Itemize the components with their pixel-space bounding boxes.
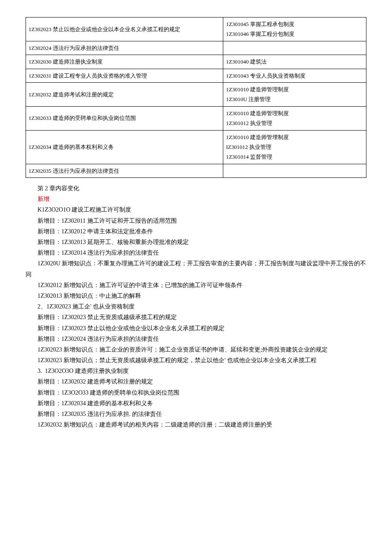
table-row: 1Z302035 违法行为应承担的法律责任 — [26, 164, 366, 177]
paragraph: 新增目：1Z302023 禁止以他企业或他企业以本企业名义承揽工程的规定 — [26, 323, 366, 334]
table-row: 1Z302030 建造师注册执业制度 1Z301040 建筑法 — [26, 55, 366, 69]
cell-right: 1Z301010 建造师管理制度1Z301012 执业管理 — [223, 106, 366, 130]
paragraph: 1Z302023 新增知识点：施工企业的资质许可；施工企业资质证书的申请、延续和… — [26, 344, 366, 355]
paragraph: 新增目：1Z302013 延期开工、核验和重新办理批准的规定 — [26, 237, 366, 247]
comparison-table: 1Z302023 禁止以他企业或他企业以本企业名义承揽工程的规定 1Z30104… — [26, 17, 366, 178]
table-body: 1Z302023 禁止以他企业或他企业以本企业名义承揽工程的规定 1Z30104… — [26, 17, 366, 178]
section-subheading: 新增 — [26, 194, 366, 204]
cell-left: 1Z302030 建造师注册执业制度 — [26, 55, 223, 69]
table-row: 1Z302031 建设工程专业人员执业资格的准入管理 1Z301043 专业人员… — [26, 69, 366, 82]
paragraph: 1Z3020U 新增知识点：不重复办理施工许可的建设工程；开工报告审查的主要内容… — [26, 258, 366, 279]
cell-left: 1Z302024 违法行为应承担的法律责任 — [26, 41, 223, 55]
table-row: 1Z302024 违法行为应承担的法律责任 — [26, 41, 366, 55]
paragraph: 新增目：1Z302024 违法行为应承担的法律责任 — [26, 334, 366, 344]
paragraph: 1Z302012 新增知识点：施工许可证的中请主体；已增加的施工许可证申领条件 — [26, 280, 366, 291]
paragraph: 1Z302013 新增知识点：中止施工的解释 — [26, 291, 366, 301]
cell-right: 1Z301010 建造师管埋制度IZ301012 执业管理1Z301014 监督… — [223, 130, 366, 164]
document-body: 第 2 章内容变化 新增 K1Z3O2O1O 建设工程施工许可制度 新增目：1Z… — [26, 183, 366, 430]
paragraph: 3. 1Z3O2O3O 建造师注册执业制度 — [26, 366, 366, 376]
paragraph: 新增目：1Z302012 申请主体和法定批准条件 — [26, 226, 366, 237]
cell-left: 1Z302033 建造师的受聘单位和执业岗位范围 — [26, 106, 223, 130]
table-row: 1Z302023 禁止以他企业或他企业以本企业名义承揽工程的规定 1Z30104… — [26, 17, 366, 41]
paragraph: K1Z3O2O1O 建设工程施工许可制度 — [26, 204, 366, 215]
paragraph: 新增目：1Z302014 违法行为应承担的法律责任 — [26, 247, 366, 258]
cell-right: 1Z301010 建造师管理制度1Z3010U 注册管理 — [223, 82, 366, 106]
paragraph: 新增目：1Z3O2O33 建造师的受聘单位和执业岗位范围 — [26, 387, 366, 398]
cell-right: 1Z301045 掌握工程承包制度1Z301046 掌握工程分包制度 — [223, 17, 366, 41]
paragraph: 新增目：1Z302034 建造师的基本权利和义务 — [26, 398, 366, 409]
paragraph: 新增目：1Z302032 建造师考试和注册的规定 — [26, 376, 366, 387]
paragraph: 新增目：1Z302035 违法行为应承担. 的法律责任 — [26, 409, 366, 419]
paragraph: 2、1Z302023 施工企' 也从业资格制度 — [26, 301, 366, 312]
cell-right: 1Z301043 专业人员执业资格制度 — [223, 69, 366, 82]
cell-right — [223, 41, 366, 55]
cell-left: 1Z302035 违法行为应承担的法律责任 — [26, 164, 223, 177]
cell-left: 1Z302023 禁止以他企业或他企业以本企业名义承揽工程的规定 — [26, 17, 223, 41]
paragraph: 新增目：1Z302023 禁止无资质或越级承揽工程的规定 — [26, 312, 366, 323]
table-row: 1Z302034 建造师的基本权利和义务 1Z301010 建造师管埋制度IZ3… — [26, 130, 366, 164]
cell-right: 1Z301040 建筑法 — [223, 55, 366, 69]
table-row: 1Z302033 建造师的受聘单位和执业岗位范围 1Z301010 建造师管理制… — [26, 106, 366, 130]
cell-left: 1Z302031 建设工程专业人员执业资格的准入管理 — [26, 69, 223, 82]
cell-left: 1Z302032 建造师考试和注册的规定 — [26, 82, 223, 106]
paragraph: 新增目：1Z302011 施工许可证和开工报告的适用范围 — [26, 215, 366, 226]
table-row: 1Z302032 建造师考试和注册的规定 1Z301010 建造师管理制度1Z3… — [26, 82, 366, 106]
section-heading: 第 2 章内容变化 — [26, 183, 366, 194]
cell-right — [223, 164, 366, 177]
paragraph: 1Z302032 新增知识点：建造师考试的相关内容；二级建造师的注册；二级建造师… — [26, 419, 366, 430]
cell-left: 1Z302034 建造师的基本权利和义务 — [26, 130, 223, 164]
paragraph: 1Z302023 新增知识点；禁止无资质或越级承揽工程的规定，禁止以他企' 也或… — [26, 355, 366, 366]
